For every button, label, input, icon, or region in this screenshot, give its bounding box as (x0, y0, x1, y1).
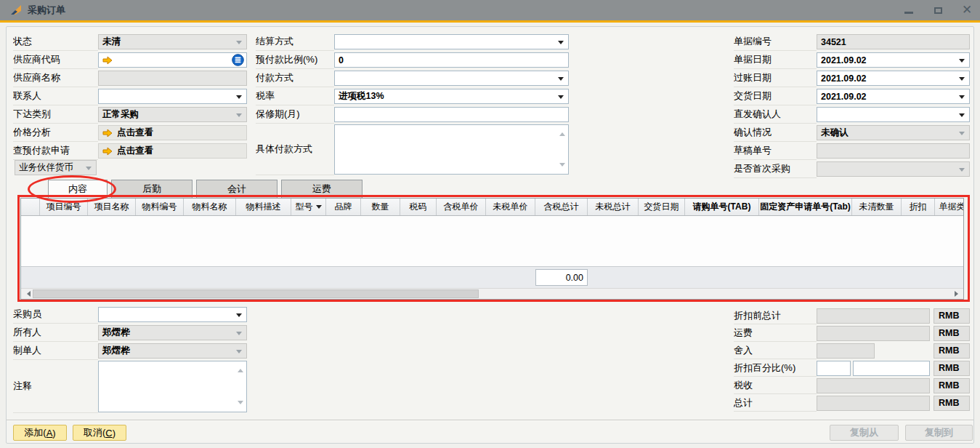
table-footer-row: 0.00 (21, 266, 963, 288)
freight-field[interactable] (817, 326, 930, 341)
link-arrow-icon[interactable] (102, 56, 113, 65)
table-column-header[interactable]: 项目名称 (88, 199, 136, 215)
cancel-button[interactable]: 取消(C) (73, 425, 126, 441)
scroll-up-icon[interactable] (559, 129, 565, 136)
tab-accounting-label: 会计 (227, 183, 246, 196)
line-total-incl-tax-field[interactable]: 0.00 (535, 269, 588, 286)
prepayment-request-link[interactable]: 点击查看 (98, 143, 247, 159)
warranty-period-label: 保修期(月) (256, 105, 334, 124)
titlebar-accent-line (0, 20, 980, 23)
owner-label: 所有人 (13, 324, 98, 342)
column-dropdown-arrow-icon[interactable] (316, 205, 322, 212)
table-body-empty[interactable] (21, 216, 963, 266)
tax-rate-dropdown[interactable]: 进项税13% (334, 89, 569, 104)
first-purchase-dropdown[interactable] (817, 161, 970, 177)
tax-rate-value: 进项税13% (339, 90, 384, 103)
status-dropdown[interactable]: 未清 (98, 34, 247, 49)
maximize-icon[interactable] (932, 4, 944, 16)
discount-percent-input[interactable] (817, 361, 851, 376)
scrollbar-right-arrow-icon[interactable] (952, 289, 963, 299)
table-column-header[interactable]: 未清数量 (852, 199, 902, 215)
prepayment-ratio-input[interactable]: 0 (334, 52, 569, 68)
price-analysis-link[interactable]: 点击查看 (98, 125, 247, 140)
header-left-column: 状态 未清 供应商代码 供应商名称 联系人 下达类别 正常采购 价格分析 点击查… (13, 33, 247, 160)
tab-logistics[interactable]: 后勤 (111, 180, 193, 198)
doc-date-dropdown[interactable]: 2021.09.02 (817, 52, 970, 68)
horizontal-scrollbar[interactable] (21, 288, 963, 299)
table-column-header[interactable]: 未税总计 (588, 199, 639, 215)
vendor-code-field[interactable] (98, 52, 247, 68)
table-column-header[interactable]: 项目编号 (40, 199, 88, 215)
link-arrow-icon[interactable] (102, 129, 113, 137)
tab-accounting[interactable]: 会计 (196, 180, 278, 198)
payment-detail-textarea[interactable] (334, 124, 569, 175)
tab-freight-label: 运费 (312, 183, 331, 196)
table-column-header[interactable]: 单据类型 (935, 199, 963, 215)
scroll-down-icon[interactable] (559, 163, 565, 169)
table-column-header[interactable]: 请购单号(TAB) (685, 199, 759, 215)
scroll-down-icon[interactable] (238, 401, 243, 407)
contact-person-label: 联系人 (13, 87, 98, 105)
release-category-dropdown[interactable]: 正常采购 (98, 107, 247, 122)
confirmation-status-dropdown[interactable]: 未确认 (817, 125, 970, 140)
close-icon[interactable]: ✕ (961, 4, 973, 16)
add-button[interactable]: 添加(A) (13, 425, 67, 441)
column-header-label: 项目名称 (94, 201, 129, 213)
table-column-header[interactable]: 固定资产申请单号(Tab) (759, 199, 852, 215)
owner-dropdown[interactable]: 郑熠桦 (98, 325, 247, 340)
column-header-label: 税码 (410, 201, 427, 213)
scroll-up-icon[interactable] (238, 366, 243, 372)
settlement-method-dropdown[interactable] (334, 34, 569, 49)
link-arrow-icon[interactable] (102, 147, 113, 156)
freight-label: 运费 (734, 324, 817, 342)
table-column-header[interactable]: 数量 (361, 199, 400, 215)
table-column-header[interactable]: 未税单价 (486, 199, 535, 215)
table-column-header[interactable]: 品牌 (326, 199, 361, 215)
currency-badge: RMB (934, 308, 970, 324)
tab-content[interactable]: 内容 (48, 180, 108, 198)
table-column-header[interactable]: 型号 (291, 199, 326, 215)
button-separator (7, 420, 973, 421)
copy-to-button: 复制到 (905, 425, 973, 441)
creator-dropdown[interactable]: 郑熠桦 (98, 343, 247, 359)
scrollbar-left-arrow-icon[interactable] (21, 289, 33, 299)
remarks-textarea[interactable] (98, 361, 247, 412)
discount-amount-input[interactable] (853, 361, 930, 376)
column-header-label: 单据类型 (939, 201, 964, 213)
posting-date-dropdown[interactable]: 2021.09.02 (817, 71, 970, 86)
payment-method-dropdown[interactable] (334, 71, 569, 86)
doc-number-label: 单据编号 (734, 33, 817, 51)
table-column-header[interactable]: 交货日期 (639, 199, 685, 215)
minimize-icon[interactable] (903, 4, 915, 16)
creator-value: 郑熠桦 (102, 345, 130, 357)
rounding-field (817, 343, 875, 359)
tab-content-label: 内容 (68, 183, 87, 196)
settlement-method-label: 结算方式 (256, 33, 334, 51)
prepayment-ratio-value: 0 (339, 55, 344, 65)
tab-freight[interactable]: 运费 (281, 180, 363, 198)
column-header-label: 未税总计 (596, 201, 631, 213)
status-value: 未清 (102, 36, 121, 48)
row-index-column-header[interactable] (21, 199, 40, 215)
vendor-name-field (98, 71, 247, 86)
confirmation-status-label: 确认情况 (734, 124, 817, 142)
scrollbar-thumb[interactable] (33, 289, 479, 298)
table-column-header[interactable]: 物料描述 (236, 199, 291, 215)
table-column-header[interactable]: 含税总计 (535, 199, 588, 215)
delivery-date-dropdown[interactable]: 2021.09.02 (817, 89, 970, 104)
direct-ship-confirmer-dropdown[interactable] (817, 107, 970, 122)
table-column-header[interactable]: 折扣 (902, 199, 935, 215)
warranty-period-input[interactable] (334, 107, 569, 122)
contact-person-dropdown[interactable] (98, 89, 247, 104)
table-column-header[interactable]: 税码 (400, 199, 437, 215)
grand-total-label: 总计 (734, 394, 817, 412)
posting-date-label: 过账日期 (734, 69, 817, 87)
table-column-header[interactable]: 含税单价 (437, 199, 486, 215)
choose-from-list-icon[interactable] (232, 54, 244, 66)
table-column-header[interactable]: 物料名称 (184, 199, 236, 215)
column-header-label: 交货日期 (644, 201, 679, 213)
table-column-header[interactable]: 物料编号 (136, 199, 184, 215)
window-titlebar: 采购订单 ✕ (0, 0, 980, 20)
bp-currency-dropdown[interactable]: 业务伙伴货币 (15, 160, 97, 175)
purchaser-dropdown[interactable] (98, 307, 247, 322)
